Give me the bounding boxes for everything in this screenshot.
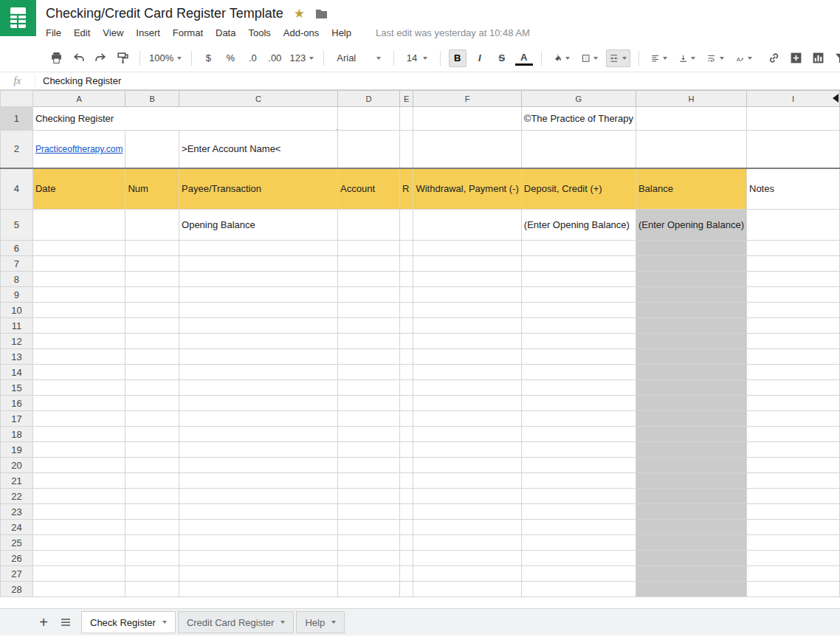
cell-I13[interactable] (747, 349, 840, 365)
row-header-1[interactable]: 1 (1, 107, 33, 131)
cell-C5[interactable]: Opening Balance (179, 210, 338, 241)
sheet-tab-credit-card-register[interactable]: Credit Card Register (178, 611, 295, 633)
row-header-13[interactable]: 13 (1, 349, 33, 365)
cell-H5[interactable]: (Enter Opening Balance) (636, 210, 746, 241)
cell-A10[interactable] (32, 303, 125, 318)
cell-F8[interactable] (413, 272, 521, 287)
cell-D13[interactable] (338, 349, 400, 365)
cell-B6[interactable] (125, 241, 179, 256)
row-header-26[interactable]: 26 (1, 551, 33, 566)
cell-H14[interactable] (636, 365, 746, 380)
cell-G15[interactable] (521, 380, 636, 396)
cell-H19[interactable] (636, 442, 746, 458)
cell-H26[interactable] (636, 551, 746, 566)
row-header-14[interactable]: 14 (1, 365, 33, 380)
sheets-logo[interactable] (0, 0, 36, 36)
cell-A26[interactable] (32, 551, 125, 566)
row-header-22[interactable]: 22 (1, 489, 33, 504)
cell-F7[interactable] (413, 256, 521, 272)
row-header-7[interactable]: 7 (1, 256, 33, 272)
cell-F23[interactable] (413, 504, 521, 520)
cell-H11[interactable] (636, 318, 746, 334)
cell-C18[interactable] (179, 427, 338, 442)
cell-B5[interactable] (125, 210, 179, 241)
sheet-tab-help[interactable]: Help (296, 611, 345, 633)
cell-B12[interactable] (125, 334, 179, 349)
cell-C8[interactable] (179, 272, 338, 287)
cell-I20[interactable] (747, 458, 840, 473)
cell-I8[interactable] (747, 272, 840, 287)
cell-B10[interactable] (125, 303, 179, 318)
cell-E25[interactable] (399, 535, 413, 551)
menu-file[interactable]: File (46, 27, 61, 38)
cell-I19[interactable] (747, 442, 840, 458)
row-header-15[interactable]: 15 (1, 380, 33, 396)
cell-F12[interactable] (413, 334, 521, 349)
sheet-tab-check-register[interactable]: Check Register (81, 611, 176, 633)
cell-E24[interactable] (399, 520, 413, 535)
cell-C6[interactable] (179, 241, 338, 256)
cell-H24[interactable] (636, 520, 746, 535)
cell-G8[interactable] (521, 272, 636, 287)
cell-G25[interactable] (521, 535, 636, 551)
cell-F1[interactable] (413, 107, 521, 131)
cell-D26[interactable] (338, 551, 400, 566)
cell-E7[interactable] (399, 256, 413, 272)
cell-D12[interactable] (338, 334, 400, 349)
cell-A13[interactable] (32, 349, 125, 365)
cell-F9[interactable] (413, 287, 521, 303)
cell-B23[interactable] (125, 504, 179, 520)
cell-A6[interactable] (32, 241, 125, 256)
cell-H28[interactable] (636, 582, 746, 597)
row-header-24[interactable]: 24 (1, 520, 33, 535)
menu-edit[interactable]: Edit (74, 27, 90, 38)
cell-E6[interactable] (399, 241, 413, 256)
row-header-23[interactable]: 23 (1, 504, 33, 520)
cell-E28[interactable] (399, 582, 413, 597)
cell-C28[interactable] (179, 582, 338, 597)
cell-G18[interactable] (521, 427, 636, 442)
cell-E21[interactable] (399, 473, 413, 489)
cell-G13[interactable] (521, 349, 636, 365)
cell-D27[interactable] (338, 566, 400, 582)
cell-C22[interactable] (179, 489, 338, 504)
cell-D20[interactable] (338, 458, 400, 473)
cell-I16[interactable] (747, 396, 840, 411)
strikethrough-button[interactable]: S (493, 49, 511, 67)
cell-I28[interactable] (747, 582, 840, 597)
cell-F27[interactable] (413, 566, 521, 582)
column-header-C[interactable]: C (179, 91, 338, 107)
cell-H1[interactable] (636, 107, 746, 131)
menu-add-ons[interactable]: Add-ons (283, 27, 319, 38)
cell-B16[interactable] (125, 396, 179, 411)
formula-input[interactable]: Checking Register (35, 75, 121, 86)
cell-B27[interactable] (125, 566, 179, 582)
cell-G10[interactable] (521, 303, 636, 318)
cell-E18[interactable] (399, 427, 413, 442)
redo-button[interactable] (92, 49, 109, 67)
cell-E27[interactable] (399, 566, 413, 582)
text-rotation-button[interactable]: A (732, 49, 756, 67)
horizontal-align-button[interactable] (647, 49, 671, 67)
column-header-D[interactable]: D (338, 91, 400, 107)
cell-A8[interactable] (32, 272, 125, 287)
cell-I17[interactable] (747, 411, 840, 427)
font-select[interactable]: Arial (332, 49, 385, 67)
cell-G2[interactable] (521, 131, 636, 168)
cell-H18[interactable] (636, 427, 746, 442)
cell-A19[interactable] (32, 442, 125, 458)
column-header-A[interactable]: A (32, 91, 125, 107)
cell-F19[interactable] (413, 442, 521, 458)
cell-I6[interactable] (747, 241, 840, 256)
cell-E1[interactable] (399, 107, 413, 131)
cell-D6[interactable] (338, 241, 400, 256)
cell-H2[interactable] (636, 131, 746, 168)
insert-link-button[interactable] (765, 49, 782, 67)
insert-chart-button[interactable] (809, 49, 827, 67)
cell-F16[interactable] (413, 396, 521, 411)
row-header-4[interactable]: 4 (1, 168, 33, 210)
cell-D9[interactable] (338, 287, 400, 303)
menu-data[interactable]: Data (216, 27, 235, 38)
row-header-6[interactable]: 6 (1, 241, 33, 256)
row-header-16[interactable]: 16 (1, 396, 33, 411)
